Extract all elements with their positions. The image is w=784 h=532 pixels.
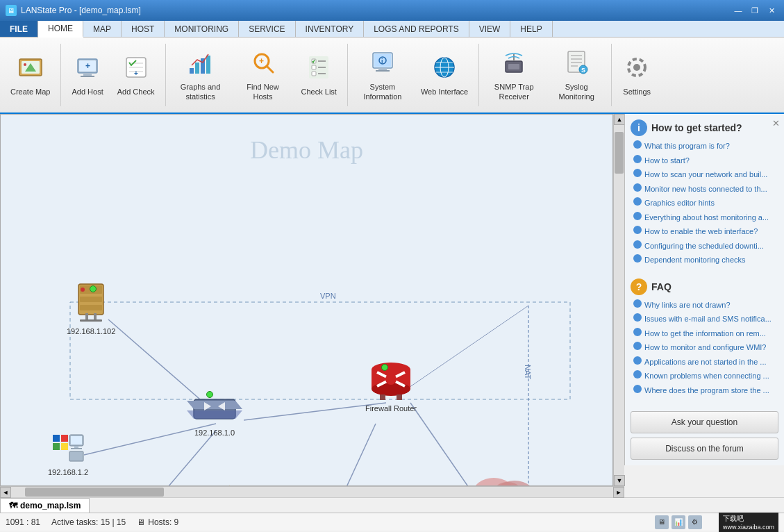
faq-link-2[interactable]: Issues with e-mail and SMS notifica... bbox=[631, 312, 778, 326]
settings-icon bbox=[623, 53, 651, 85]
faq-link-5[interactable]: Applications are not started in the ... bbox=[631, 355, 778, 369]
find-new-button[interactable]: + Find New Hosts bbox=[233, 40, 294, 110]
svg-rect-91 bbox=[69, 451, 83, 461]
svg-rect-6 bbox=[83, 73, 92, 76]
svg-rect-83 bbox=[53, 435, 60, 442]
svg-line-19 bbox=[267, 66, 273, 72]
coordinates-label: 1091 : 81 bbox=[6, 517, 40, 527]
node-firewall[interactable]: Firewall Router bbox=[365, 361, 417, 413]
svg-point-80 bbox=[385, 374, 397, 385]
link-web[interactable]: How to enable the web interface? bbox=[631, 224, 778, 239]
discuss-forum-button[interactable]: Discuss on the forum bbox=[631, 438, 778, 460]
svg-rect-82 bbox=[397, 394, 402, 400]
firewall-label: Firewall Router bbox=[365, 404, 417, 413]
find-new-label: Find New Hosts bbox=[239, 83, 287, 101]
faq-link-7[interactable]: Where does the program store the ... bbox=[631, 383, 778, 398]
svg-marker-92 bbox=[217, 485, 235, 486]
minimize-button[interactable]: — bbox=[731, 3, 745, 17]
node-router[interactable]: 192.168.1.0 bbox=[187, 385, 242, 437]
web-interface-button[interactable]: Web Interface bbox=[415, 40, 474, 110]
tab-inventory[interactable]: INVENTORY bbox=[296, 21, 365, 37]
tab-help[interactable]: HELP bbox=[510, 21, 552, 37]
scroll-left-button[interactable]: ◄ bbox=[0, 487, 11, 498]
node-pc1[interactable]: 192.168.1.2 bbox=[48, 431, 88, 476]
scroll-up-button[interactable]: ▲ bbox=[614, 114, 625, 125]
svg-text:NAT: NAT bbox=[524, 365, 532, 379]
tab-service[interactable]: SERVICE bbox=[239, 21, 295, 37]
link-graphics[interactable]: Graphics editor hints bbox=[631, 196, 778, 210]
tab-monitoring[interactable]: MONITORING bbox=[165, 21, 239, 37]
faq-link-4[interactable]: How to monitor and configure WMI? bbox=[631, 340, 778, 355]
graphs-button[interactable]: Graphs and statistics bbox=[170, 40, 231, 110]
add-check-button[interactable]: + Add Check bbox=[111, 40, 161, 110]
add-check-icon: + bbox=[122, 53, 150, 85]
scroll-right-button[interactable]: ► bbox=[613, 487, 624, 498]
link-how-start[interactable]: How to start? bbox=[631, 153, 778, 168]
scroll-down-button[interactable]: ▼ bbox=[614, 475, 625, 486]
link-monitor-new[interactable]: Monitor new hosts connected to th... bbox=[631, 182, 778, 197]
svg-line-60 bbox=[407, 306, 528, 389]
svg-rect-81 bbox=[380, 394, 385, 400]
system-info-button[interactable]: i System Information bbox=[352, 40, 413, 110]
title-bar-controls[interactable]: — ❐ ✕ bbox=[731, 3, 778, 17]
watermark-text: 下载吧 bbox=[723, 514, 774, 524]
tab-demo-map[interactable]: 🗺 demo_map.lsm bbox=[0, 498, 90, 513]
check-list-button[interactable]: Check List bbox=[295, 40, 343, 110]
svg-text:VPN: VPN bbox=[320, 292, 336, 300]
tab-home[interactable]: HOME bbox=[38, 21, 83, 38]
map-panel: Demo Map VPN NAT bbox=[0, 114, 624, 497]
node-server[interactable]: 192.168.1.102 bbox=[67, 281, 115, 335]
faq-link-3[interactable]: How to get the information on rem... bbox=[631, 326, 778, 341]
tab-logs[interactable]: LOGS AND REPORTS bbox=[364, 21, 469, 37]
pc1-label: 192.168.1.2 bbox=[48, 468, 88, 476]
node-internet[interactable]: INTERNET bbox=[449, 465, 546, 486]
link-scheduled[interactable]: Configuring the scheduled downti... bbox=[631, 239, 778, 253]
faq-link-1[interactable]: Why links are not drawn? bbox=[631, 298, 778, 313]
svg-rect-85 bbox=[53, 443, 60, 450]
sep5 bbox=[611, 44, 612, 106]
svg-rect-14 bbox=[190, 68, 194, 74]
faq-header: ? FAQ bbox=[631, 279, 778, 295]
snmp-icon bbox=[500, 49, 528, 80]
link-dependent[interactable]: Dependent monitoring checks bbox=[631, 253, 778, 267]
ribbon-tab-row: FILE HOME MAP HOST MONITORING SERVICE IN… bbox=[0, 21, 784, 38]
svg-rect-68 bbox=[94, 313, 97, 320]
tab-file[interactable]: FILE bbox=[0, 21, 38, 37]
scroll-track-h[interactable] bbox=[11, 487, 613, 497]
link-what-is[interactable]: What this program is for? bbox=[631, 139, 778, 153]
panel-close-button[interactable]: ✕ bbox=[772, 118, 780, 128]
web-interface-label: Web Interface bbox=[421, 88, 468, 97]
map-canvas[interactable]: Demo Map VPN NAT bbox=[0, 114, 613, 486]
scroll-thumb-v[interactable] bbox=[615, 132, 624, 174]
link-monitoring[interactable]: Everything about host monitoring a... bbox=[631, 210, 778, 225]
svg-rect-40 bbox=[508, 64, 519, 69]
syslog-button[interactable]: S Syslog Monitoring bbox=[546, 40, 607, 110]
faq-icon: ? bbox=[631, 279, 647, 295]
settings-button[interactable]: Settings bbox=[616, 40, 658, 110]
link-scan[interactable]: How to scan your network and buil... bbox=[631, 167, 778, 182]
tab-map[interactable]: MAP bbox=[83, 21, 122, 37]
server-label: 192.168.1.102 bbox=[67, 327, 115, 335]
vertical-scrollbar[interactable]: ▲ ▼ bbox=[613, 114, 624, 486]
scroll-track-v[interactable] bbox=[614, 125, 624, 475]
internet-svg bbox=[449, 465, 546, 486]
add-host-button[interactable]: + Add Host bbox=[65, 40, 109, 110]
horizontal-scrollbar[interactable]: ◄ ► bbox=[0, 486, 624, 497]
check-list-label: Check List bbox=[301, 88, 337, 97]
tab-view[interactable]: VIEW bbox=[469, 21, 511, 37]
snmp-button[interactable]: SNMP Trap Receiver bbox=[483, 40, 544, 110]
close-button[interactable]: ✕ bbox=[765, 3, 778, 17]
scroll-thumb-h[interactable] bbox=[25, 488, 164, 497]
svg-line-58 bbox=[334, 424, 376, 485]
main-area: Demo Map VPN NAT bbox=[0, 114, 784, 497]
ribbon: FILE HOME MAP HOST MONITORING SERVICE IN… bbox=[0, 21, 784, 114]
faq-link-6[interactable]: Known problems when connecting ... bbox=[631, 369, 778, 383]
create-map-button[interactable]: Create Map bbox=[4, 40, 56, 110]
restore-button[interactable]: ❐ bbox=[748, 3, 762, 17]
svg-rect-89 bbox=[74, 446, 78, 448]
ask-question-button[interactable]: Ask your question bbox=[631, 411, 778, 433]
tab-host[interactable]: HOST bbox=[122, 21, 165, 37]
hosts-icon: 🖥 bbox=[137, 517, 145, 527]
status-dot-firewall bbox=[381, 364, 388, 371]
faq-links: Why links are not drawn? Issues with e-m… bbox=[631, 298, 778, 398]
